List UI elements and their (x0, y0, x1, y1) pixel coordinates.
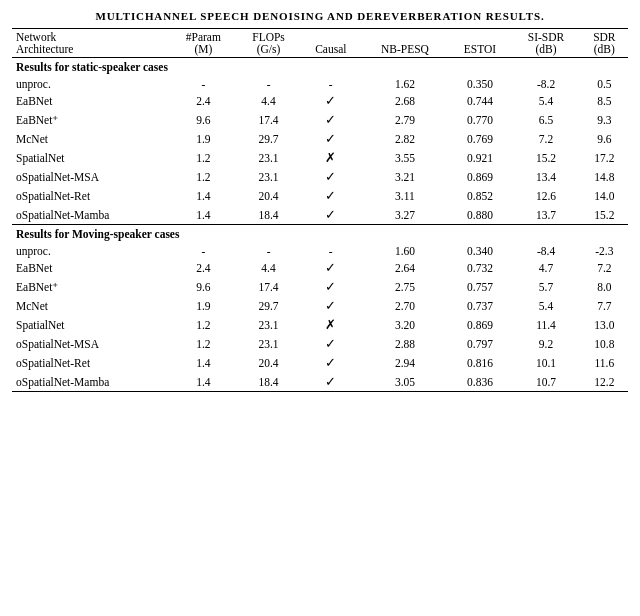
table-cell: 17.4 (237, 110, 300, 129)
table-cell: 8.0 (581, 277, 628, 296)
table-cell: SpatialNet (12, 148, 170, 167)
table-cell: 10.7 (511, 372, 580, 392)
table-cell: 2.4 (170, 258, 237, 277)
table-cell: 0.732 (449, 258, 512, 277)
table-cell: ✓ (300, 258, 361, 277)
table-cell: 1.9 (170, 296, 237, 315)
table-cell: 29.7 (237, 296, 300, 315)
table-cell: EaBNet (12, 91, 170, 110)
table-cell: ✓ (300, 129, 361, 148)
table-cell: 4.4 (237, 91, 300, 110)
table-cell: 9.3 (581, 110, 628, 129)
table-cell: oSpatialNet-MSA (12, 167, 170, 186)
table-cell: 3.55 (361, 148, 448, 167)
table-row: unproc.---1.620.350-8.20.5 (12, 76, 628, 91)
table-row: EaBNet2.44.4✓2.640.7324.77.2 (12, 258, 628, 277)
table-cell: - (170, 243, 237, 258)
table-cell: 5.4 (511, 296, 580, 315)
table-cell: 7.2 (511, 129, 580, 148)
table-cell: 23.1 (237, 167, 300, 186)
table-cell: 10.8 (581, 334, 628, 353)
table-row: oSpatialNet-MSA1.223.1✓3.210.86913.414.8 (12, 167, 628, 186)
table-cell: ✓ (300, 353, 361, 372)
column-headers: NetworkArchitecture #Param(M) FLOPs(G/s)… (12, 29, 628, 58)
table-row: SpatialNet1.223.1✗3.550.92115.217.2 (12, 148, 628, 167)
table-cell: 7.2 (581, 258, 628, 277)
table-cell: 2.68 (361, 91, 448, 110)
col-sdr: SDR(dB) (581, 29, 628, 58)
table-cell: EaBNet (12, 258, 170, 277)
table-cell: 0.869 (449, 167, 512, 186)
table-cell: 2.70 (361, 296, 448, 315)
table-row: SpatialNet1.223.1✗3.200.86911.413.0 (12, 315, 628, 334)
table-cell: 0.757 (449, 277, 512, 296)
table-cell: 10.1 (511, 353, 580, 372)
page-title: Multichannel Speech Denoising and Dereve… (12, 10, 628, 22)
table-cell: ✗ (300, 148, 361, 167)
table-row: EaBNet⁺9.617.4✓2.790.7706.59.3 (12, 110, 628, 129)
table-row: oSpatialNet-Ret1.420.4✓2.940.81610.111.6 (12, 353, 628, 372)
table-cell: ✓ (300, 372, 361, 392)
table-cell: McNet (12, 129, 170, 148)
table-cell: ✓ (300, 334, 361, 353)
table-cell: oSpatialNet-Mamba (12, 205, 170, 225)
col-sisdsr: SI-SDR(dB) (511, 29, 580, 58)
table-cell: 5.4 (511, 91, 580, 110)
table-cell: 3.27 (361, 205, 448, 225)
table-cell: -2.3 (581, 243, 628, 258)
section-header-1: Results for Moving-speaker cases (12, 225, 628, 244)
table-cell: 0.880 (449, 205, 512, 225)
table-cell: ✓ (300, 296, 361, 315)
table-cell: 18.4 (237, 205, 300, 225)
table-cell: oSpatialNet-Mamba (12, 372, 170, 392)
col-param: #Param(M) (170, 29, 237, 58)
table-row: oSpatialNet-Mamba1.418.4✓3.050.83610.712… (12, 372, 628, 392)
table-cell: - (300, 76, 361, 91)
col-nbpesq: NB-PESQ (361, 29, 448, 58)
table-cell: 13.0 (581, 315, 628, 334)
table-cell: 3.11 (361, 186, 448, 205)
table-cell: 1.4 (170, 353, 237, 372)
table-cell: unproc. (12, 243, 170, 258)
table-cell: 2.75 (361, 277, 448, 296)
table-cell: 20.4 (237, 186, 300, 205)
table-cell: 0.770 (449, 110, 512, 129)
table-cell: 1.62 (361, 76, 448, 91)
table-cell: 2.4 (170, 91, 237, 110)
table-cell: 23.1 (237, 148, 300, 167)
table-cell: 15.2 (581, 205, 628, 225)
table-cell: 1.2 (170, 315, 237, 334)
table-cell: 2.88 (361, 334, 448, 353)
table-cell: 2.82 (361, 129, 448, 148)
table-cell: McNet (12, 296, 170, 315)
table-cell: 8.5 (581, 91, 628, 110)
table-cell: oSpatialNet-Ret (12, 353, 170, 372)
table-cell: 1.4 (170, 205, 237, 225)
table-cell: 0.797 (449, 334, 512, 353)
col-arch: NetworkArchitecture (12, 29, 170, 58)
table-cell: 1.60 (361, 243, 448, 258)
table-cell: 1.2 (170, 148, 237, 167)
table-cell: ✓ (300, 277, 361, 296)
table-cell: 13.4 (511, 167, 580, 186)
table-cell: 1.2 (170, 334, 237, 353)
table-cell: 0.921 (449, 148, 512, 167)
table-cell: - (237, 76, 300, 91)
table-row: McNet1.929.7✓2.820.7697.29.6 (12, 129, 628, 148)
table-cell: oSpatialNet-Ret (12, 186, 170, 205)
section-header-0: Results for static-speaker cases (12, 58, 628, 77)
col-flops: FLOPs(G/s) (237, 29, 300, 58)
table-row: EaBNet⁺9.617.4✓2.750.7575.78.0 (12, 277, 628, 296)
table-cell: 14.8 (581, 167, 628, 186)
table-cell: 4.7 (511, 258, 580, 277)
table-cell: 2.64 (361, 258, 448, 277)
table-cell: 0.340 (449, 243, 512, 258)
table-cell: 0.5 (581, 76, 628, 91)
table-cell: 0.852 (449, 186, 512, 205)
table-cell: -8.4 (511, 243, 580, 258)
table-cell: SpatialNet (12, 315, 170, 334)
table-cell: 3.20 (361, 315, 448, 334)
table-cell: 1.4 (170, 372, 237, 392)
table-cell: 29.7 (237, 129, 300, 148)
table-cell: 2.94 (361, 353, 448, 372)
